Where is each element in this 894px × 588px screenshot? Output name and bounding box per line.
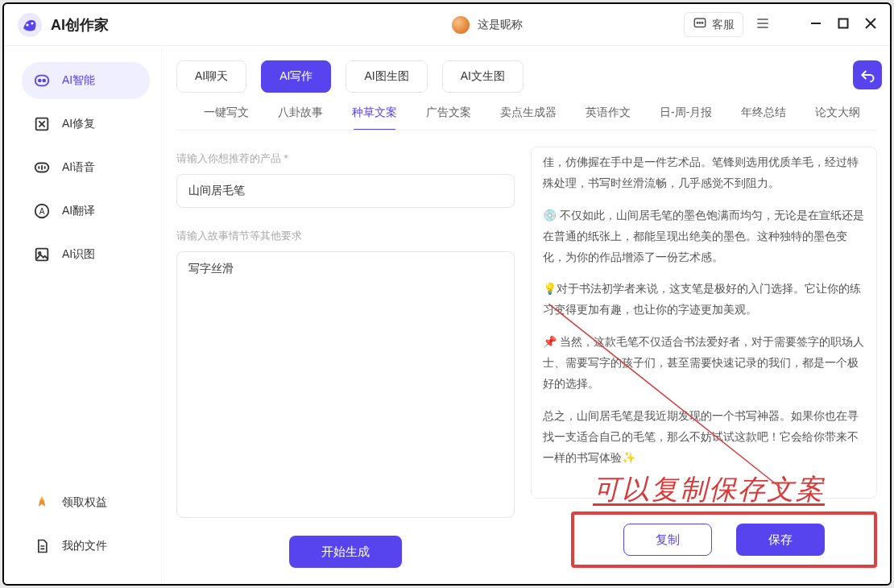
action-highlight-box: 复制 保存	[571, 511, 877, 568]
main-area: AI聊天 AI写作 AI图生图 AI文生图 一键写文 八卦故事 种草文案 广告文…	[162, 46, 890, 584]
svg-text:A: A	[39, 207, 45, 216]
subtab-seeding-copy[interactable]: 种草文案	[349, 106, 400, 130]
subtab-year-summary[interactable]: 年终总结	[738, 106, 789, 130]
maximize-button[interactable]	[837, 17, 850, 32]
primary-tabs: AI聊天 AI写作 AI图生图 AI文生图	[176, 60, 877, 93]
svg-rect-14	[35, 76, 49, 86]
subtab-selling-points[interactable]: 卖点生成器	[497, 106, 560, 130]
sidebar-item-ai-voice[interactable]: AI语音	[22, 149, 150, 186]
hamburger-menu-icon[interactable]	[755, 15, 771, 34]
sidebar-item-benefits[interactable]: 领取权益	[22, 484, 150, 521]
subtab-quick-write[interactable]: 一键写文	[201, 106, 252, 130]
app-window: AI创作家 这是昵称 客服 AI智能 AI修复 AI语音	[2, 2, 892, 586]
minimize-button[interactable]	[809, 17, 822, 32]
svg-point-16	[43, 80, 45, 82]
sidebar-item-ai-repair[interactable]: AI修复	[22, 106, 150, 143]
sidebar-item-label: AI识图	[62, 247, 95, 262]
subtab-english-essay[interactable]: 英语作文	[582, 106, 634, 130]
app-logo	[17, 12, 43, 38]
svg-point-2	[31, 22, 33, 24]
close-button[interactable]	[864, 17, 877, 32]
output-column: 佳，仿佛握在手中是一件艺术品。笔锋则选用优质羊毛，经过特殊处理，书写时丝滑流畅，…	[531, 147, 877, 568]
save-button[interactable]: 保存	[736, 524, 825, 556]
generate-button[interactable]: 开始生成	[289, 536, 402, 568]
user-nickname: 这是昵称	[478, 18, 523, 32]
secondary-tabs: 一键写文 八卦故事 种草文案 广告文案 卖点生成器 英语作文 日-周-月报 年终…	[176, 106, 877, 130]
sidebar-item-label: AI翻译	[62, 204, 95, 218]
sidebar-item-label: AI修复	[62, 117, 95, 131]
subtab-thesis-outline[interactable]: 论文大纲	[812, 106, 863, 130]
app-title: AI创作家	[51, 15, 109, 35]
tab-ai-image2image[interactable]: AI图生图	[346, 60, 427, 93]
voice-icon	[33, 159, 51, 176]
input-column: 请输入你想推荐的产品 * 请输入故事情节等其他要求 开始生成	[176, 147, 515, 568]
subtab-gossip[interactable]: 八卦故事	[275, 106, 326, 130]
svg-point-6	[702, 23, 703, 24]
sidebar-item-ai-image[interactable]: AI识图	[22, 236, 150, 273]
sidebar: AI智能 AI修复 AI语音 A AI翻译 AI识图 领取权益	[4, 46, 162, 584]
repair-icon	[33, 115, 51, 133]
customer-service-label: 客服	[712, 18, 735, 32]
file-icon	[33, 537, 51, 555]
subtab-ad-copy[interactable]: 广告文案	[423, 106, 474, 130]
sidebar-item-ai-smart[interactable]: AI智能	[22, 62, 150, 99]
image-icon	[33, 246, 51, 263]
sidebar-item-label: AI语音	[62, 160, 95, 175]
sidebar-item-label: 我的文件	[62, 539, 107, 553]
user-avatar[interactable]	[452, 16, 470, 34]
sparkle-icon	[33, 72, 51, 89]
sidebar-item-ai-translate[interactable]: A AI翻译	[22, 193, 150, 230]
sidebar-item-label: AI智能	[62, 73, 95, 88]
tab-ai-text2image[interactable]: AI文生图	[442, 60, 524, 93]
svg-point-15	[39, 80, 41, 82]
copy-button[interactable]: 复制	[623, 524, 712, 556]
detail-field-label: 请输入故事情节等其他要求	[176, 229, 515, 243]
detail-textarea[interactable]	[176, 251, 515, 518]
customer-service-button[interactable]: 客服	[684, 12, 743, 37]
tab-ai-chat[interactable]: AI聊天	[176, 60, 246, 93]
sidebar-item-files[interactable]: 我的文件	[22, 528, 150, 565]
product-input[interactable]	[176, 174, 515, 208]
output-text: 佳，仿佛握在手中是一件艺术品。笔锋则选用优质羊毛，经过特殊处理，书写时丝滑流畅，…	[543, 152, 875, 493]
translate-icon: A	[33, 202, 51, 220]
sidebar-item-label: 领取权益	[62, 495, 107, 510]
tab-ai-write[interactable]: AI写作	[261, 60, 331, 93]
titlebar: AI创作家 这是昵称 客服	[4, 4, 890, 46]
medal-icon	[33, 494, 51, 511]
svg-point-1	[26, 23, 28, 26]
return-button[interactable]	[853, 60, 882, 89]
svg-point-5	[699, 23, 701, 24]
svg-point-4	[697, 23, 698, 24]
svg-rect-11	[839, 19, 848, 28]
subtab-report[interactable]: 日-周-月报	[656, 106, 715, 130]
product-field-label: 请输入你想推荐的产品 *	[176, 151, 515, 166]
chat-icon	[693, 16, 707, 33]
